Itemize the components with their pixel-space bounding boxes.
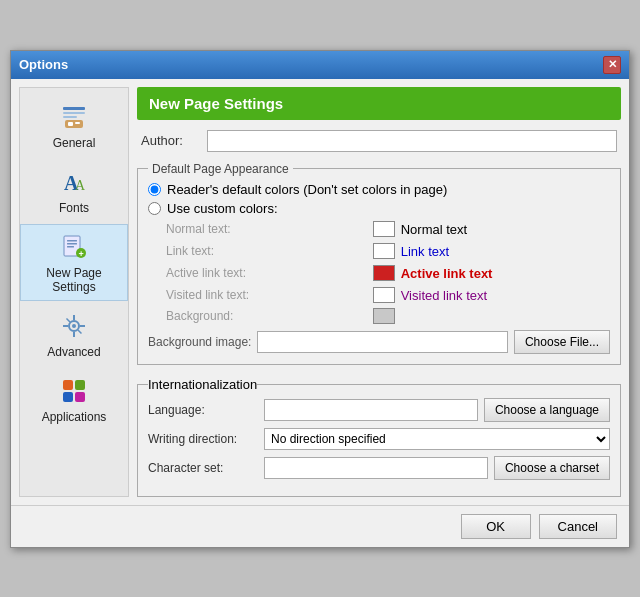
choose-file-button[interactable]: Choose File... — [514, 330, 610, 354]
author-row: Author: — [137, 128, 621, 154]
intl-group: Internationalization Language: Choose a … — [137, 377, 621, 497]
sidebar-item-advanced-label: Advanced — [47, 345, 100, 359]
svg-line-20 — [67, 318, 71, 322]
general-icon — [58, 101, 90, 133]
dialog-body: General A A Fonts — [11, 79, 629, 505]
character-set-label: Character set: — [148, 461, 258, 475]
sidebar-item-fonts-label: Fonts — [59, 201, 89, 215]
bg-image-label: Background image: — [148, 335, 251, 349]
bg-image-input[interactable] — [257, 331, 508, 353]
link-text-preview: Link text — [401, 242, 610, 261]
visited-link-text-swatch[interactable] — [373, 287, 395, 303]
radio-default-colors-label[interactable]: Reader's default colors (Don't set color… — [167, 182, 447, 197]
sidebar-item-general-label: General — [53, 136, 96, 150]
sidebar-item-fonts[interactable]: A A Fonts — [20, 159, 128, 222]
new-page-settings-icon: + — [58, 231, 90, 263]
svg-rect-3 — [65, 120, 83, 128]
link-text-label: Link text: — [166, 244, 367, 258]
svg-line-21 — [78, 330, 82, 334]
normal-text-preview: Normal text — [401, 220, 610, 239]
title-bar: Options ✕ — [11, 51, 629, 79]
sidebar-item-applications[interactable]: Applications — [20, 368, 128, 431]
radio-custom-colors[interactable] — [148, 202, 161, 215]
language-label: Language: — [148, 403, 258, 417]
background-label: Background: — [166, 309, 367, 323]
svg-text:+: + — [79, 248, 84, 258]
default-appearance-legend: Default Page Appearance — [148, 162, 293, 176]
language-input[interactable] — [264, 399, 478, 421]
sidebar-item-new-page-settings-label: New Page Settings — [25, 266, 123, 294]
writing-direction-select[interactable]: No direction specified Left to Right Rig… — [264, 428, 610, 450]
main-panel: New Page Settings Author: Default Page A… — [137, 87, 621, 497]
sidebar: General A A Fonts — [19, 87, 129, 497]
applications-icon — [58, 375, 90, 407]
active-link-text-label: Active link text: — [166, 266, 367, 280]
svg-text:A: A — [75, 178, 86, 193]
sidebar-item-applications-label: Applications — [42, 410, 107, 424]
dialog-title: Options — [19, 57, 68, 72]
visited-link-text-label: Visited link text: — [166, 288, 367, 302]
sidebar-item-new-page-settings[interactable]: + New Page Settings — [20, 224, 128, 301]
author-input[interactable] — [207, 130, 617, 152]
svg-rect-22 — [63, 380, 73, 390]
ok-button[interactable]: OK — [461, 514, 531, 539]
active-link-text-preview: Active link text — [401, 264, 610, 283]
close-button[interactable]: ✕ — [603, 56, 621, 74]
color-grid: Normal text: Normal text Link text: Link… — [148, 220, 610, 324]
link-text-swatch[interactable] — [373, 243, 395, 259]
choose-charset-button[interactable]: Choose a charset — [494, 456, 610, 480]
options-dialog: Options ✕ General — [10, 50, 630, 548]
radio-default-colors[interactable] — [148, 183, 161, 196]
writing-direction-row: Writing direction: No direction specifie… — [148, 428, 610, 450]
svg-rect-1 — [63, 112, 85, 114]
panel-title: New Page Settings — [137, 87, 621, 120]
visited-link-text-preview: Visited link text — [401, 286, 610, 305]
svg-point-15 — [72, 324, 76, 328]
normal-text-label: Normal text: — [166, 222, 367, 236]
svg-rect-5 — [75, 122, 80, 124]
svg-rect-10 — [67, 243, 77, 245]
svg-rect-0 — [63, 107, 85, 110]
svg-rect-25 — [75, 392, 85, 402]
radio-custom-colors-label[interactable]: Use custom colors: — [167, 201, 278, 216]
advanced-icon — [58, 310, 90, 342]
svg-rect-2 — [63, 116, 77, 118]
radio-custom-colors-row: Use custom colors: — [148, 201, 610, 216]
active-link-text-swatch[interactable] — [373, 265, 395, 281]
background-swatch[interactable] — [373, 308, 395, 324]
character-set-row: Character set: ISO-8859-1 Choose a chars… — [148, 456, 610, 480]
svg-rect-4 — [68, 122, 73, 126]
character-set-input[interactable]: ISO-8859-1 — [264, 457, 488, 479]
normal-text-swatch[interactable] — [373, 221, 395, 237]
default-appearance-group: Default Page Appearance Reader's default… — [137, 162, 621, 365]
sidebar-item-general[interactable]: General — [20, 94, 128, 157]
bg-image-row: Background image: Choose File... — [148, 330, 610, 354]
svg-rect-23 — [75, 380, 85, 390]
sidebar-item-advanced[interactable]: Advanced — [20, 303, 128, 366]
author-label: Author: — [141, 133, 201, 148]
radio-default-colors-row: Reader's default colors (Don't set color… — [148, 182, 610, 197]
language-row: Language: Choose a language — [148, 398, 610, 422]
writing-direction-label: Writing direction: — [148, 432, 258, 446]
cancel-button[interactable]: Cancel — [539, 514, 617, 539]
intl-legend: Internationalization — [148, 377, 257, 392]
svg-rect-9 — [67, 240, 77, 242]
choose-language-button[interactable]: Choose a language — [484, 398, 610, 422]
svg-rect-11 — [67, 246, 74, 248]
fonts-icon: A A — [58, 166, 90, 198]
dialog-footer: OK Cancel — [11, 505, 629, 547]
svg-rect-24 — [63, 392, 73, 402]
